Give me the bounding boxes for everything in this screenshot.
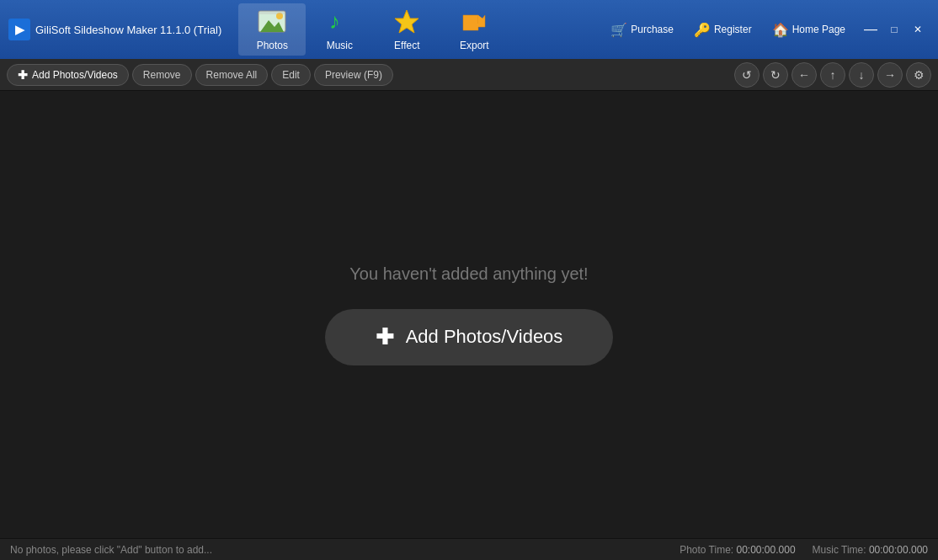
app-logo: ▶ bbox=[8, 19, 30, 40]
empty-message: You haven't added anything yet! bbox=[349, 264, 588, 284]
tab-export-label: Export bbox=[460, 40, 489, 51]
add-photos-videos-big-button[interactable]: ✚ Add Photos/Videos bbox=[325, 309, 614, 365]
remove-label: Remove bbox=[143, 69, 181, 81]
status-bar: No photos, please click "Add" button to … bbox=[0, 538, 938, 560]
add-big-btn-label: Add Photos/Videos bbox=[406, 326, 563, 348]
arrow-right-icon: → bbox=[884, 68, 896, 82]
svg-marker-6 bbox=[463, 15, 485, 30]
edit-label: Edit bbox=[282, 69, 300, 81]
tab-music-label: Music bbox=[327, 40, 353, 51]
edit-button[interactable]: Edit bbox=[271, 64, 311, 86]
tab-effect-label: Effect bbox=[394, 40, 419, 51]
rotate-right-button[interactable]: ↻ bbox=[763, 62, 788, 88]
tab-music[interactable]: ♪ Music bbox=[306, 3, 373, 56]
move-left-button[interactable]: ← bbox=[791, 62, 817, 88]
register-label: Register bbox=[714, 24, 752, 35]
register-icon: 🔑 bbox=[694, 22, 711, 38]
status-right: Photo Time: 00:00:00.000 Music Time: 00:… bbox=[680, 544, 928, 556]
nav-tabs: Photos ♪ Music Effect bbox=[238, 3, 605, 56]
preview-label: Preview (F9) bbox=[325, 69, 382, 81]
rotate-left-icon: ↺ bbox=[742, 68, 752, 82]
status-text: No photos, please click "Add" button to … bbox=[10, 544, 212, 556]
music-icon: ♪ bbox=[327, 8, 352, 38]
svg-rect-3 bbox=[258, 11, 285, 14]
effect-icon bbox=[393, 8, 420, 38]
tab-effect[interactable]: Effect bbox=[373, 3, 440, 56]
close-button[interactable]: ✕ bbox=[906, 18, 930, 41]
toolbar-right: ↺ ↻ ← ↑ ↓ → ⚙ bbox=[734, 62, 931, 88]
purchase-label: Purchase bbox=[631, 24, 674, 35]
move-right-button[interactable]: → bbox=[877, 62, 903, 88]
title-bar: ▶ GiliSoft Sildeshow Maker 11.1.0 (Trial… bbox=[0, 0, 938, 59]
export-icon bbox=[460, 8, 488, 38]
svg-text:♪: ♪ bbox=[329, 8, 340, 34]
window-controls: — □ ✕ bbox=[859, 18, 930, 41]
big-plus-icon: ✚ bbox=[376, 324, 394, 350]
rotate-right-icon: ↻ bbox=[770, 68, 781, 82]
add-btn-label: Add Photos/Videos bbox=[32, 69, 118, 81]
main-content: You haven't added anything yet! ✚ Add Ph… bbox=[0, 91, 938, 538]
preview-button[interactable]: Preview (F9) bbox=[314, 64, 393, 86]
gear-icon: ⚙ bbox=[914, 68, 925, 82]
music-time-label: Music Time: 00:00:00.000 bbox=[813, 544, 928, 556]
homepage-icon: 🏠 bbox=[772, 22, 789, 38]
logo-symbol: ▶ bbox=[15, 23, 24, 36]
purchase-icon: 🛒 bbox=[610, 22, 627, 38]
remove-all-label: Remove All bbox=[206, 69, 258, 81]
homepage-button[interactable]: 🏠 Home Page bbox=[767, 19, 850, 41]
arrow-left-icon: ← bbox=[798, 68, 810, 82]
purchase-button[interactable]: 🛒 Purchase bbox=[605, 19, 679, 41]
top-actions: 🛒 Purchase 🔑 Register 🏠 Home Page bbox=[605, 19, 850, 41]
arrow-down-icon: ↓ bbox=[859, 68, 865, 82]
svg-marker-5 bbox=[395, 10, 418, 33]
minimize-button[interactable]: — bbox=[859, 18, 882, 41]
music-time-value: 00:00:00.000 bbox=[869, 544, 928, 556]
remove-all-button[interactable]: Remove All bbox=[195, 64, 269, 86]
add-photos-videos-button[interactable]: ✚ Add Photos/Videos bbox=[7, 64, 129, 86]
toolbar: ✚ Add Photos/Videos Remove Remove All Ed… bbox=[0, 59, 938, 91]
remove-button[interactable]: Remove bbox=[132, 64, 192, 86]
homepage-label: Home Page bbox=[792, 24, 845, 35]
tab-photos-label: Photos bbox=[257, 40, 288, 51]
photos-icon bbox=[258, 8, 286, 38]
rotate-left-button[interactable]: ↺ bbox=[734, 62, 759, 88]
photo-time-label: Photo Time: 00:00:00.000 bbox=[680, 544, 795, 556]
add-plus-icon: ✚ bbox=[18, 68, 28, 82]
move-up-button[interactable]: ↑ bbox=[820, 62, 845, 88]
maximize-button[interactable]: □ bbox=[882, 18, 906, 41]
tab-export[interactable]: Export bbox=[440, 3, 508, 56]
register-button[interactable]: 🔑 Register bbox=[689, 19, 757, 41]
app-title: GiliSoft Sildeshow Maker 11.1.0 (Trial) bbox=[35, 24, 221, 36]
arrow-up-icon: ↑ bbox=[830, 68, 836, 82]
photo-time-value: 00:00:00.000 bbox=[737, 544, 796, 556]
settings-button[interactable]: ⚙ bbox=[906, 62, 931, 88]
move-down-button[interactable]: ↓ bbox=[849, 62, 874, 88]
tab-photos[interactable]: Photos bbox=[238, 3, 306, 56]
